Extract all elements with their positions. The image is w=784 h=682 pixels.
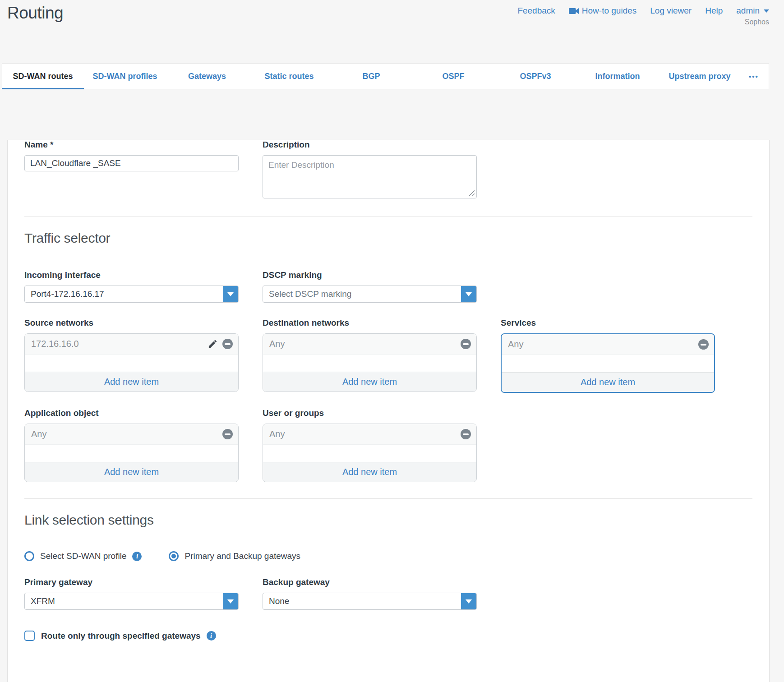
source-networks-add-button[interactable]: Add new item [25,372,238,392]
backup-gateway-label: Backup gateway [263,577,477,587]
destination-networks-label: Destination networks [263,318,477,328]
user-or-groups-add-button[interactable]: Add new item [263,462,476,482]
user-or-groups-listbox: Any Add new item [263,424,477,482]
remove-icon[interactable] [698,339,709,350]
help-link[interactable]: Help [705,6,723,16]
list-item[interactable]: 172.16.16.0 [25,334,238,355]
route-only-label: Route only through specified gateways [41,631,201,641]
dscp-marking-label: DSCP marking [263,270,477,280]
source-networks-listbox: 172.16.16.0 Add new item [24,333,239,392]
user-or-groups-label: User or groups [263,408,477,418]
listbox-empty-area [25,445,238,462]
name-label: Name * [24,140,239,150]
section-divider [24,217,752,217]
page-title: Routing [7,4,63,23]
route-only-checkbox[interactable] [24,631,35,641]
tab-upstream-proxy[interactable]: Upstream proxy [659,64,741,89]
routing-tabbar: SD-WAN routes SD-WAN profiles Gateways S… [2,63,769,89]
tab-sd-wan-routes[interactable]: SD-WAN routes [2,64,84,89]
description-label: Description [263,140,477,150]
application-object-group: Application object Any Add new item [24,408,239,482]
tab-ospf[interactable]: OSPF [412,64,494,89]
incoming-interface-group: Incoming interface Port4-172.16.16.17 [24,270,239,303]
info-icon[interactable]: i [132,552,142,561]
name-input[interactable] [24,155,239,171]
log-viewer-link[interactable]: Log viewer [650,6,692,16]
listbox-empty-area [25,355,238,372]
list-item[interactable]: Any [25,424,238,445]
list-item[interactable]: Any [263,334,476,355]
edit-icon[interactable] [208,339,218,349]
incoming-interface-label: Incoming interface [24,270,239,280]
tab-sd-wan-profiles[interactable]: SD-WAN profiles [84,64,166,89]
link-selection-radios: Select SD-WAN profile i Primary and Back… [24,551,752,561]
chevron-down-icon[interactable] [461,286,476,302]
radio-icon[interactable] [24,551,34,561]
backup-gateway-select[interactable]: None [263,593,477,610]
radio-primary-backup-gateways[interactable]: Primary and Backup gateways [169,551,300,561]
tab-information[interactable]: Information [576,64,659,89]
admin-menu[interactable]: admin [736,6,769,16]
header-links: Feedback How-to guides Log viewer Help a… [517,6,769,16]
remove-icon[interactable] [222,339,233,349]
tab-ospfv3[interactable]: OSPFv3 [494,64,576,89]
remove-icon[interactable] [222,429,233,439]
application-object-label: Application object [24,408,239,418]
link-selection-heading: Link selection settings [24,512,752,528]
destination-networks-add-button[interactable]: Add new item [263,372,476,392]
tab-gateways[interactable]: Gateways [166,64,248,89]
list-item[interactable]: Any [263,424,476,445]
list-item[interactable]: Any [502,334,714,355]
info-icon[interactable]: i [207,631,216,641]
tab-overflow-menu[interactable]: ••• [741,64,767,89]
description-field-group: Description [263,140,477,200]
route-only-row: Route only through specified gateways i [24,631,752,641]
destination-networks-group: Destination networks Any Add new item [263,318,477,393]
radio-select-sdwan-profile[interactable]: Select SD-WAN profile [24,551,126,561]
primary-gateway-group: Primary gateway XFRM [24,577,239,610]
application-object-add-button[interactable]: Add new item [25,462,238,482]
listbox-empty-area [263,355,476,372]
services-listbox: Any Add new item [501,333,715,393]
sd-wan-route-form: Name * Description Traffic selector Inco… [7,140,770,682]
howto-guides-link[interactable]: How-to guides [569,6,636,16]
dscp-marking-group: DSCP marking Select DSCP marking [263,270,477,303]
caret-down-icon [764,9,769,13]
listbox-empty-area [263,445,476,462]
chevron-down-icon[interactable] [461,593,476,609]
page-header: Routing Feedback How-to guides Log viewe… [0,0,784,63]
tab-static-routes[interactable]: Static routes [248,64,330,89]
backup-gateway-group: Backup gateway None [263,577,477,610]
primary-gateway-label: Primary gateway [24,577,239,587]
remove-icon[interactable] [461,429,471,439]
description-textarea[interactable] [263,155,477,198]
application-object-listbox: Any Add new item [24,424,239,482]
source-networks-label: Source networks [24,318,239,328]
chevron-down-icon[interactable] [223,286,238,302]
services-label: Services [501,318,715,328]
primary-gateway-select[interactable]: XFRM [24,593,239,610]
tab-bgp[interactable]: BGP [330,64,412,89]
section-divider [24,498,752,499]
chevron-down-icon[interactable] [223,593,238,609]
user-or-groups-group: User or groups Any Add new item [263,408,477,482]
destination-networks-listbox: Any Add new item [263,333,477,392]
traffic-selector-heading: Traffic selector [24,230,752,246]
source-networks-group: Source networks 172.16.16.0 Add new item [24,318,239,393]
video-camera-icon [569,8,579,14]
brand-label: Sophos [745,18,769,26]
services-add-button[interactable]: Add new item [502,372,714,392]
listbox-empty-area [502,355,714,372]
radio-icon[interactable] [169,551,179,561]
services-group: Services Any Add new item [501,318,715,393]
remove-icon[interactable] [461,339,471,349]
name-field-group: Name * [24,140,239,200]
feedback-link[interactable]: Feedback [517,6,555,16]
incoming-interface-select[interactable]: Port4-172.16.16.17 [24,286,239,303]
dscp-marking-select[interactable]: Select DSCP marking [263,286,477,303]
